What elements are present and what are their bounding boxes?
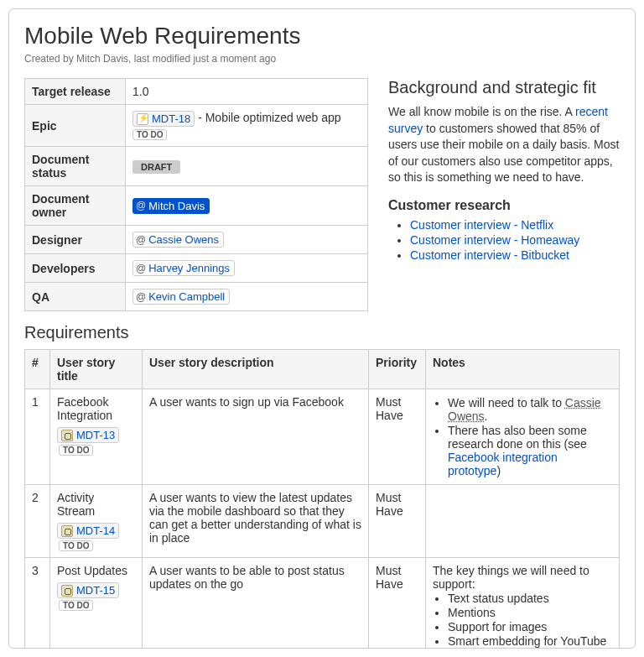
text: to customers showed that 85% of users us…	[388, 122, 619, 185]
notes-lead: The key things we will need to support:	[433, 564, 589, 591]
requirements-heading: Requirements	[24, 323, 620, 342]
page-frame: Mobile Web Requirements Created by Mitch…	[8, 8, 636, 649]
req-desc: A user wants to view the latest updates …	[143, 485, 369, 558]
meta-key: Developers	[25, 254, 126, 283]
meta-value-developers: @Harvey Jennings	[126, 254, 368, 283]
req-notes: The key things we will need to support: …	[426, 558, 620, 649]
req-num: 1	[25, 389, 50, 485]
prototype-link[interactable]: Facebook integration prototype	[448, 451, 558, 477]
status-badge: TO DO	[59, 600, 93, 611]
text: )	[496, 464, 501, 477]
req-notes: We will need to talk to Cassie Owens. Th…	[426, 389, 620, 485]
col-header-num: #	[25, 350, 50, 389]
meta-key: Target release	[25, 79, 126, 105]
research-link[interactable]: Customer interview - Homeaway	[410, 233, 579, 247]
meta-value-designer: @Cassie Owens	[126, 226, 368, 254]
req-notes	[426, 485, 620, 558]
status-badge: DRAFT	[132, 160, 180, 174]
table-row: 3 Post Updates MDT-15 TO DO A user wants…	[25, 558, 620, 649]
meta-key: Designer	[25, 226, 126, 254]
mention-name: Kevin Campbell	[148, 290, 225, 303]
story-type-icon	[61, 525, 73, 537]
at-symbol: @	[136, 263, 146, 274]
notes-bullet: There has also been some research done o…	[448, 424, 612, 477]
text: We will need to talk to	[448, 396, 565, 409]
meta-key: Epic	[25, 105, 126, 147]
page-title: Mobile Web Requirements	[24, 23, 620, 50]
user-mention[interactable]: @Cassie Owens	[132, 232, 224, 248]
status-badge: TO DO	[132, 129, 167, 140]
col-header-prio: Priority	[369, 350, 426, 389]
req-title-cell: Post Updates MDT-15 TO DO	[50, 558, 143, 649]
research-link[interactable]: Customer interview - Bitbucket	[410, 248, 569, 262]
notes-bullet: Smart embedding for YouTube vids	[448, 634, 612, 649]
req-prio: Must Have	[369, 558, 426, 649]
req-title: Facebook Integration	[57, 395, 112, 422]
metadata-table: Target release 1.0 Epic MDT-18 - Mobile …	[24, 78, 368, 311]
story-type-icon	[61, 430, 73, 441]
research-link-list: Customer interview - Netflix Customer in…	[388, 218, 620, 262]
epic-issue-key: MDT-18	[152, 112, 190, 125]
table-row: 1 Facebook Integration MDT-13 TO DO A us…	[25, 389, 620, 485]
customer-research-heading: Customer research	[388, 198, 620, 213]
requirements-table: # User story title User story descriptio…	[24, 349, 620, 649]
epic-type-icon	[137, 113, 148, 125]
meta-key: Document status	[25, 147, 126, 186]
story-issue-lozenge[interactable]: MDT-13	[57, 427, 119, 443]
status-badge: TO DO	[59, 445, 93, 456]
at-symbol: @	[136, 291, 146, 303]
epic-summary: - Mobile optimized web app	[198, 111, 340, 124]
meta-value-epic: MDT-18 - Mobile optimized web app TO DO	[126, 105, 368, 147]
notes-bullet: We will need to talk to Cassie Owens.	[448, 396, 612, 423]
story-issue-key: MDT-15	[76, 584, 115, 597]
notes-bullet: Mentions	[448, 606, 612, 619]
req-desc: A user wants to sign up via Facebook	[143, 389, 369, 485]
story-issue-lozenge[interactable]: MDT-15	[57, 582, 119, 598]
story-issue-key: MDT-14	[76, 524, 115, 537]
background-heading: Background and strategic fit	[388, 78, 620, 97]
user-mention[interactable]: @Mitch Davis	[132, 198, 210, 214]
col-header-title: User story title	[50, 350, 143, 389]
meta-key: QA	[25, 283, 126, 311]
req-desc: A user wants to be able to post status u…	[143, 558, 369, 649]
table-row: 2 Activity Stream MDT-14 TO DO A user wa…	[25, 485, 620, 558]
notes-bullet: Support for images	[448, 620, 612, 634]
status-badge: TO DO	[59, 540, 93, 551]
background-paragraph: We all know mobile is on the rise. A rec…	[388, 104, 620, 186]
text: We all know mobile is on the rise. A	[388, 105, 575, 118]
req-num: 2	[25, 485, 50, 558]
notes-bullet: Text status updates	[448, 592, 612, 605]
meta-value-status: DRAFT	[126, 147, 368, 186]
research-link[interactable]: Customer interview - Netflix	[410, 218, 553, 232]
story-type-icon	[61, 585, 73, 597]
at-symbol: @	[136, 200, 146, 211]
meta-key: Document owner	[25, 186, 126, 226]
at-symbol: @	[136, 234, 146, 246]
text: .	[485, 409, 488, 423]
story-issue-key: MDT-13	[76, 429, 115, 441]
byline: Created by Mitch Davis, last modified ju…	[24, 53, 620, 65]
mention-name: Cassie Owens	[148, 233, 219, 246]
meta-value-qa: @Kevin Campbell	[126, 283, 368, 311]
user-mention[interactable]: @Harvey Jennings	[132, 260, 235, 276]
col-header-desc: User story description	[143, 350, 369, 389]
epic-issue-lozenge[interactable]: MDT-18	[132, 111, 195, 127]
req-title: Post Updates	[57, 564, 127, 577]
mention-name: Harvey Jennings	[148, 262, 230, 274]
meta-value-target-release: 1.0	[126, 79, 368, 105]
mention-name: Mitch Davis	[148, 200, 205, 212]
story-issue-lozenge[interactable]: MDT-14	[57, 523, 119, 539]
user-mention[interactable]: @Kevin Campbell	[132, 289, 230, 305]
background-section: Background and strategic fit We all know…	[388, 78, 620, 263]
col-header-notes: Notes	[426, 350, 620, 389]
req-title-cell: Facebook Integration MDT-13 TO DO	[50, 389, 143, 485]
req-num: 3	[25, 558, 50, 649]
meta-value-owner: @Mitch Davis	[126, 186, 368, 226]
req-title: Activity Stream	[57, 491, 95, 518]
req-prio: Must Have	[369, 485, 426, 558]
text: There has also been some research done o…	[448, 424, 587, 451]
req-title-cell: Activity Stream MDT-14 TO DO	[50, 485, 143, 558]
req-prio: Must Have	[369, 389, 426, 485]
